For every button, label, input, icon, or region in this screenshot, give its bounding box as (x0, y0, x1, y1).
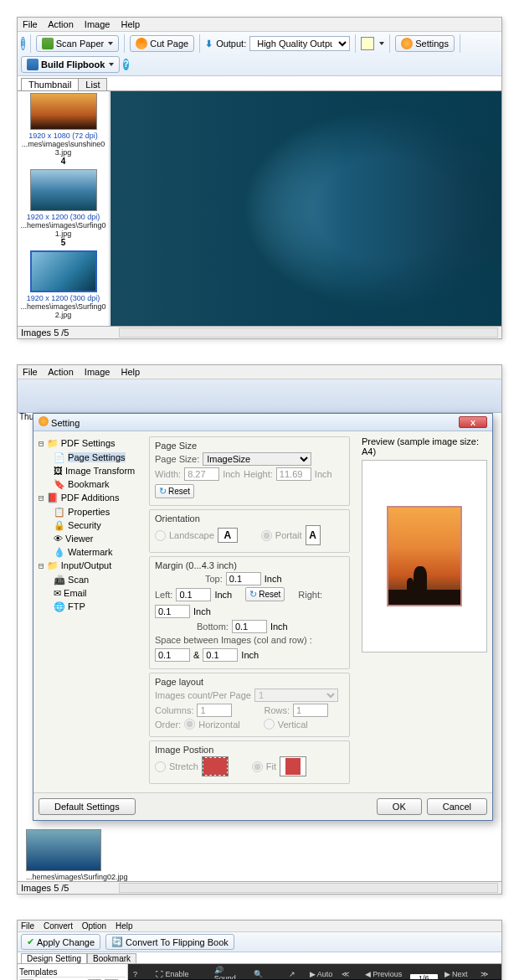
thumb-path: ...hemes\images\Surfing01.jpg (19, 221, 107, 238)
cancel-button[interactable]: Cancel (427, 798, 487, 815)
menu-file[interactable]: File (23, 367, 38, 377)
landscape-radio (155, 530, 166, 541)
thumbnail-item[interactable]: 1920 x 1200 (300 dpi) ...hemes\images\Su… (19, 250, 107, 319)
menu-action[interactable]: Action (48, 19, 74, 29)
status-bar: Images 5 /5 (18, 881, 501, 894)
tree-pdf-additions[interactable]: PDF Additions (61, 493, 120, 503)
scrollbar[interactable] (119, 883, 498, 893)
ftp-icon: 🌐 (54, 601, 65, 611)
width-input (184, 467, 219, 481)
width-label: Width: (155, 469, 181, 479)
tree-image-transform[interactable]: Image Transform (65, 466, 135, 476)
horizontal-radio (184, 719, 195, 730)
tree-watermark[interactable]: Watermark (68, 547, 112, 557)
gear-icon (401, 38, 413, 49)
margin-bottom-input[interactable] (232, 620, 267, 633)
settings-dialog-window: File Action Image Help Thum Setting X ⊟ … (17, 364, 502, 895)
tab-bookmark[interactable]: Bookmark (87, 953, 136, 963)
help-icon[interactable]: ? (123, 59, 128, 70)
menu-help[interactable]: Help (121, 367, 140, 377)
properties-icon: 📋 (54, 507, 65, 517)
watermark-icon: 💧 (54, 547, 65, 557)
space-col-input[interactable] (155, 648, 190, 662)
view-tabs: Thumbnail List (18, 76, 501, 91)
menu-image[interactable]: Image (85, 367, 110, 377)
tree-input-output[interactable]: Input/Output (61, 560, 112, 570)
reset-button[interactable]: ↻Reset (155, 484, 194, 498)
scrollbar[interactable] (119, 328, 498, 338)
tree-properties[interactable]: Properties (68, 507, 110, 517)
thumb-path: ...mes\images\sunshine03.jpg (19, 140, 107, 157)
tree-pdf-settings[interactable]: PDF Settings (61, 438, 116, 448)
thumbnail-item[interactable]: 1920 x 1080 (72 dpi) ...mes\images\sunsh… (19, 93, 107, 166)
page-size-select[interactable]: ImageSize (203, 452, 311, 466)
tab-design-setting[interactable]: Design Setting (21, 953, 87, 963)
preview-column: Preview (sample image size: A4) (362, 436, 487, 787)
menu-file[interactable]: File (23, 19, 38, 29)
templates-header: Templates (19, 967, 126, 977)
tree-security[interactable]: Security (68, 520, 101, 530)
viewer-icon: 👁 (54, 534, 63, 544)
gear-icon (39, 416, 49, 426)
transform-icon: 🖼 (54, 466, 63, 476)
menubar: File Action Image Help (18, 365, 501, 379)
height-input (276, 467, 311, 481)
settings-button[interactable]: Settings (395, 35, 455, 52)
thumbnail-item[interactable]: 1920 x 1200 (300 dpi) ...hemes\images\Su… (19, 169, 107, 247)
check-icon: ✔ (27, 936, 34, 947)
pdf-icon: 📕 (47, 493, 59, 503)
menu-action[interactable]: Action (48, 367, 74, 377)
output-select[interactable]: High Quality Output (249, 36, 350, 51)
convert-button[interactable]: 🔄Convert To Flipping Book (105, 934, 234, 950)
dialog-title: Setting (51, 418, 80, 428)
tree-email[interactable]: Email (64, 588, 87, 598)
tree-page-settings[interactable]: Page Settings (68, 452, 126, 462)
thumb-number: 5 (19, 238, 107, 247)
tree-ftp[interactable]: FTP (68, 601, 85, 611)
menu-image[interactable]: Image (85, 19, 110, 29)
preview-image (387, 506, 462, 606)
fit-radio (252, 761, 263, 772)
space-row-input[interactable] (203, 648, 238, 662)
scan-paper-button[interactable]: Scan Paper (36, 35, 119, 52)
reset-margin-button[interactable]: ↻Reset (245, 587, 285, 601)
info-icon[interactable]: i (21, 37, 25, 50)
layout-group: Page layout (155, 677, 344, 687)
tree-bookmark[interactable]: Bookmark (68, 479, 110, 489)
output-icon: ⬇ (205, 39, 213, 49)
color-swatch[interactable] (361, 37, 374, 50)
page-icon: 📄 (54, 452, 65, 462)
orientation-group: Orientation (155, 513, 344, 524)
margin-left-input[interactable] (176, 588, 211, 601)
margin-top-input[interactable] (226, 572, 261, 585)
margin-right-input[interactable] (155, 605, 190, 618)
dropdown-icon (379, 42, 384, 45)
cut-page-button[interactable]: Cut Page (130, 35, 194, 52)
thumbnail-panel: 1920 x 1080 (72 dpi) ...mes\images\sunsh… (18, 91, 110, 326)
menu-convert[interactable]: Convert (44, 921, 73, 931)
tab-thumbnail[interactable]: Thumbnail (21, 78, 79, 90)
cut-icon (136, 38, 147, 49)
toolbar: ✔Apply Change 🔄Convert To Flipping Book (18, 932, 501, 952)
tree-scan[interactable]: Scan (68, 575, 89, 585)
images-per-page-select: 1 (254, 689, 338, 702)
menu-help[interactable]: Help (116, 921, 133, 931)
close-button[interactable]: X (459, 416, 487, 428)
tree-viewer[interactable]: Viewer (65, 534, 93, 544)
email-icon: ✉ (54, 588, 61, 598)
fit-icon (280, 756, 306, 776)
sound-button[interactable]: 🔊 Sound On (214, 966, 247, 980)
default-settings-button[interactable]: Default Settings (39, 798, 136, 815)
columns-input (197, 704, 232, 717)
bg-thumbnail (26, 829, 101, 871)
menu-help[interactable]: Help (121, 19, 140, 29)
apply-change-button[interactable]: ✔Apply Change (21, 934, 100, 950)
image-browser-window: File Action Image Help i Scan Paper Cut … (17, 17, 502, 339)
ok-button[interactable]: OK (377, 798, 422, 815)
menu-option[interactable]: Option (82, 921, 106, 931)
menu-file[interactable]: File (21, 921, 34, 931)
output-label: Output: (216, 39, 246, 49)
build-flipbook-button[interactable]: Build Flipbook (21, 56, 120, 73)
io-icon: 📁 (47, 560, 59, 570)
tab-list[interactable]: List (78, 78, 107, 90)
